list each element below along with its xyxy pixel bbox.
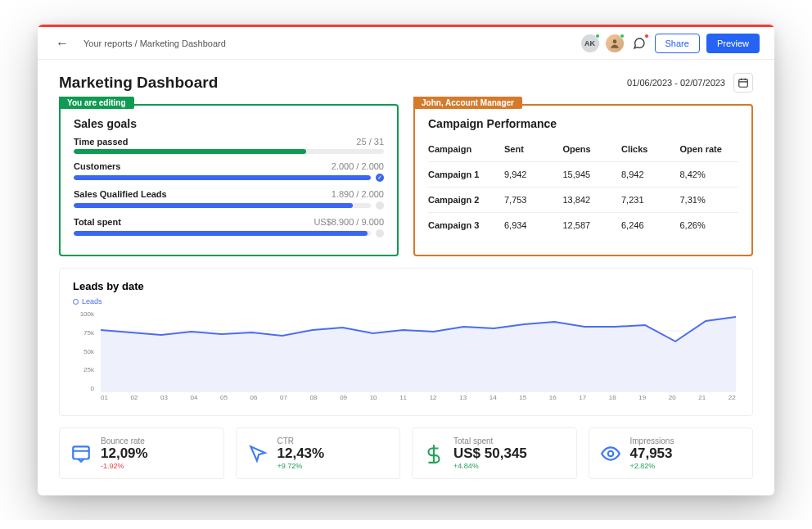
x-tick: 16 [549, 394, 557, 409]
app-window: ← Your reports / Marketing Dashboard AK … [38, 25, 774, 495]
breadcrumb[interactable]: Your reports / Marketing Dashboard [83, 38, 226, 48]
kpi-value: 12,09% [101, 445, 148, 462]
x-tick: 12 [430, 394, 437, 409]
y-tick: 75k [73, 329, 97, 337]
x-tick: 13 [459, 394, 467, 409]
kpi-label: Impressions [630, 436, 674, 445]
kpi-delta: +2.82% [630, 462, 674, 470]
presence-dot-icon [595, 34, 600, 38]
line-chart[interactable]: 100k75k50k25k0 0102030405060708091011121… [73, 310, 739, 409]
cell-clicks: 8,942 [621, 170, 680, 179]
browser-icon [70, 442, 92, 465]
leads-by-date-card: Leads by date Leads 100k75k50k25k0 01020… [59, 268, 753, 416]
svg-point-0 [612, 39, 616, 43]
kpi-card: Total spent US$ 50,345 +4.84% [412, 427, 577, 479]
goal-label: Sales Qualified Leads [74, 189, 167, 199]
cell-rate: 8,42% [679, 170, 738, 179]
kpi-delta: -1.92% [101, 462, 148, 470]
date-range: 01/06/2023 - 02/07/2023 [627, 78, 725, 88]
check-icon: ✓ [376, 174, 384, 182]
cell-sent: 9,942 [504, 170, 563, 179]
svg-rect-9 [73, 446, 89, 459]
x-tick: 06 [250, 394, 258, 409]
page-title: Marketing Dashboard [59, 74, 218, 92]
card-title: Campaign Performance [428, 117, 738, 130]
chart-legend: Leads [73, 297, 739, 305]
goal-label: Time passed [74, 137, 128, 147]
goal-label: Total spent [74, 217, 121, 227]
progress-bar [74, 175, 371, 180]
goal-value: 2.000 / 2.000 [332, 161, 384, 171]
y-tick: 0 [73, 385, 97, 392]
goal-row: Time passed25 / 31 [74, 137, 384, 154]
chat-icon[interactable] [630, 34, 648, 52]
eye-icon [599, 442, 622, 465]
goal-value: US$8.900 / 9.000 [314, 217, 384, 227]
col-header: Clicks [621, 144, 680, 154]
campaign-performance-card: John, Account Manager Campaign Performan… [413, 104, 753, 256]
cell-sent: 6,934 [504, 220, 563, 230]
progress-bar [74, 231, 371, 236]
sales-goals-card: You are editing Sales goals Time passed2… [59, 104, 399, 256]
kpi-card: CTR 12,43% +9.72% [236, 427, 401, 479]
cell-opens: 13,842 [562, 195, 621, 205]
cell-campaign: Campaign 1 [428, 170, 504, 179]
kpi-label: Total spent [453, 436, 527, 445]
cell-campaign: Campaign 3 [428, 220, 504, 230]
notification-dot-icon [644, 34, 649, 38]
kpi-card: Impressions 47,953 +2.82% [589, 427, 754, 479]
x-tick: 01 [101, 394, 108, 409]
cursor-icon [246, 442, 269, 465]
table-header: CampaignSentOpensClicksOpen rate [428, 137, 738, 162]
presence-dot-icon [620, 34, 625, 38]
collaborator-tag: John, Account Manager [413, 97, 522, 109]
goal-label: Customers [74, 161, 120, 171]
x-tick: 02 [131, 394, 138, 409]
cell-campaign: Campaign 2 [428, 195, 504, 205]
x-tick: 07 [280, 394, 287, 409]
x-tick: 17 [579, 394, 586, 409]
col-header: Open rate [679, 144, 738, 154]
cell-clicks: 7,231 [621, 195, 680, 205]
goal-value: 1.890 / 2.000 [332, 189, 384, 199]
kpi-card: Bounce rate 12,09% -1.92% [59, 427, 224, 479]
x-tick: 09 [340, 394, 347, 409]
kpi-delta: +9.72% [277, 462, 325, 470]
dollar-icon [422, 442, 445, 465]
kpi-delta: +4.84% [453, 462, 527, 470]
x-tick: 14 [489, 394, 497, 409]
goal-value: 25 / 31 [356, 137, 384, 147]
preview-button[interactable]: Preview [706, 34, 760, 53]
x-tick: 15 [519, 394, 526, 409]
editing-tag: You are editing [59, 97, 134, 109]
kpi-label: Bounce rate [101, 436, 148, 445]
x-tick: 18 [609, 394, 616, 409]
calendar-icon[interactable] [733, 73, 753, 93]
x-tick: 21 [698, 394, 706, 409]
kpi-value: US$ 50,345 [453, 445, 527, 462]
legend-label: Leads [82, 297, 102, 305]
dot-icon [376, 229, 384, 237]
y-tick: 50k [73, 348, 97, 355]
avatar-initials: AK [584, 39, 595, 47]
share-button[interactable]: Share [655, 34, 700, 53]
svg-rect-1 [739, 79, 748, 87]
content: Marketing Dashboard 01/06/2023 - 02/07/2… [38, 60, 774, 495]
progress-bar [74, 203, 371, 208]
cell-clicks: 6,246 [621, 220, 680, 230]
progress-bar [74, 149, 384, 154]
avatar-photo[interactable] [606, 34, 624, 52]
svg-point-12 [607, 450, 613, 456]
dot-icon [376, 201, 384, 210]
col-header: Sent [504, 144, 563, 154]
col-header: Opens [562, 144, 621, 154]
avatar-ak[interactable]: AK [581, 34, 599, 52]
x-tick: 08 [310, 394, 318, 409]
table-row: Campaign 27,75313,8427,2317,31% [428, 188, 738, 213]
x-tick: 11 [399, 394, 407, 409]
cell-opens: 12,587 [562, 220, 621, 230]
back-arrow-icon[interactable]: ← [52, 34, 72, 52]
cell-sent: 7,753 [504, 195, 563, 205]
col-header: Campaign [428, 144, 504, 154]
y-tick: 100k [73, 310, 97, 318]
